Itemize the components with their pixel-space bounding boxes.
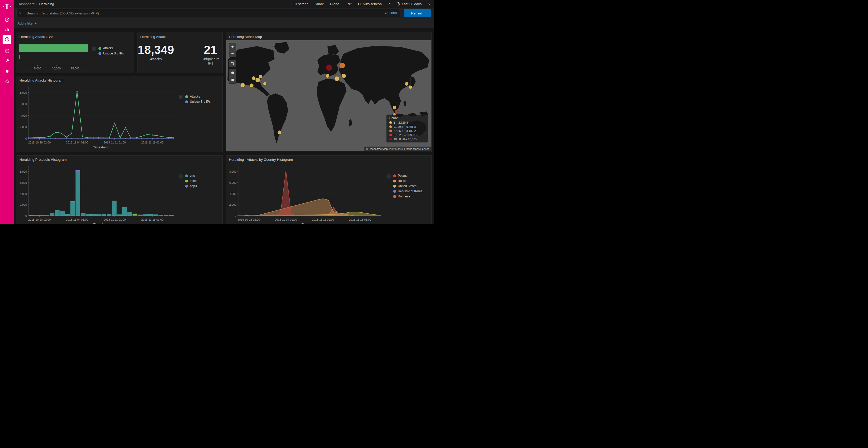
search-input[interactable]	[17, 9, 400, 17]
legend-color-dot	[393, 190, 396, 193]
map-legend-row: 2,729.4 – 5,455.8	[389, 125, 425, 128]
attack-location-dot[interactable]	[339, 63, 345, 68]
attack-location-dot[interactable]	[250, 83, 254, 88]
svg-text:2018-10-28 02:00: 2018-10-28 02:00	[28, 141, 51, 144]
full-screen-button[interactable]: Full screen	[291, 2, 308, 6]
map-zoom-in-button[interactable]: +	[229, 43, 236, 50]
legend-item[interactable]: Poland	[393, 174, 423, 177]
main-content: Dashboard / Heralding Full screen Share …	[14, 0, 434, 224]
svg-text:2,000: 2,000	[20, 126, 27, 129]
map-legend-row: 8,182.2 – 10,908.6	[389, 133, 425, 137]
sidebar-item-dev-tools[interactable]	[3, 57, 11, 66]
map-count-legend: Count 3 – 2,729.42,729.4 – 5,455.85,455.…	[386, 114, 428, 142]
legend-toggle-icon[interactable]: ›	[92, 46, 96, 51]
options-link[interactable]: Options	[385, 11, 397, 15]
add-filter-link[interactable]: Add a filter+	[18, 22, 37, 25]
legend-label: Russia	[398, 179, 407, 183]
attack-map[interactable]: + − Count 3 – 2,729.42,729.4 –	[226, 40, 431, 151]
legend-item[interactable]: Attacks	[185, 95, 211, 98]
time-forward-button[interactable]: ›	[428, 2, 430, 6]
attack-location-dot[interactable]	[335, 76, 339, 81]
legend-color-dot	[389, 130, 392, 132]
map-legend-row: 3 – 2,729.4	[389, 121, 425, 124]
time-back-button[interactable]: ‹	[388, 2, 390, 6]
metric-value: 18,349	[138, 43, 174, 57]
attack-location-dot[interactable]	[393, 106, 396, 109]
elastic-maps-link[interactable]: Elastic Maps Service	[404, 147, 429, 150]
compass-icon	[4, 17, 10, 24]
sidebar-item-dashboard[interactable]	[3, 35, 11, 44]
svg-text:0: 0	[25, 214, 27, 217]
map-zoom-out-button[interactable]: −	[229, 50, 236, 57]
country-histogram-chart[interactable]: 02,0004,0006,0008,0002018-10-28 02:00201…	[226, 163, 384, 224]
svg-text:4,000: 4,000	[20, 192, 27, 195]
sidebar-item-discover[interactable]	[3, 16, 11, 25]
attacks-bar-chart[interactable]: 5,00010,00015,000	[17, 40, 94, 72]
attack-location-dot[interactable]	[342, 74, 346, 78]
legend-item[interactable]: vnc	[185, 174, 197, 177]
osm-link[interactable]: © OpenStreetMap	[366, 147, 388, 150]
legend-item[interactable]: Unique Src IPs	[98, 51, 124, 55]
legend-item[interactable]: Russia	[393, 179, 423, 183]
auto-refresh-button[interactable]: ↻ Auto-refresh	[358, 2, 382, 6]
share-button[interactable]: Share	[315, 2, 324, 6]
topbar: Dashboard / Heralding Full screen Share …	[14, 0, 434, 8]
legend-item[interactable]: Attacks	[98, 46, 124, 50]
time-picker-button[interactable]: Last 30 days	[397, 2, 422, 6]
legend-color-dot	[185, 174, 188, 177]
legend-label: Poland	[398, 174, 407, 177]
legend-item[interactable]: United States	[393, 184, 423, 188]
metric-attacks: 18,349 Attacks	[138, 43, 174, 65]
panel-heralding-country-histogram: Heralding - Attacks by Country Histogram…	[226, 156, 432, 224]
edit-button[interactable]: Edit	[345, 2, 351, 6]
attack-location-dot[interactable]	[409, 86, 412, 89]
legend-color-dot	[185, 100, 188, 103]
legend-label: Unique Src IPs	[190, 100, 211, 103]
attack-location-dot[interactable]	[405, 82, 408, 86]
legend-item[interactable]: Romania	[393, 195, 423, 198]
attack-location-dot[interactable]	[263, 82, 266, 85]
legend-toggle-icon[interactable]: ›	[179, 174, 183, 179]
panel-title: Heralding Attack Map	[226, 33, 431, 40]
legend-color-dot	[185, 95, 188, 98]
breadcrumb-dashboard-link[interactable]: Dashboard	[18, 2, 35, 6]
legend-label: Unique Src IPs	[103, 51, 124, 55]
clone-button[interactable]: Clone	[330, 2, 339, 6]
legend-item[interactable]: telnet	[185, 179, 197, 183]
legend-label: pop3	[190, 184, 197, 188]
svg-text:2018-11-04 01:00: 2018-11-04 01:00	[275, 218, 297, 221]
legend-toggle-icon[interactable]: ›	[386, 174, 391, 179]
attack-location-dot[interactable]	[395, 110, 397, 113]
sidebar-item-visualize[interactable]	[3, 26, 11, 34]
country-histogram-legend: ›PolandRussiaUnited StatesRepublic of Ko…	[386, 174, 423, 198]
legend-item[interactable]: Unique Src IPs	[185, 100, 211, 103]
refresh-button[interactable]: Refresh	[404, 9, 431, 17]
attack-location-dot[interactable]	[241, 83, 245, 87]
time-chart-icon	[4, 48, 10, 55]
map-draw-polygon-button[interactable]	[229, 69, 236, 76]
legend-toggle-icon[interactable]: ›	[179, 95, 183, 99]
sidebar-item-monitoring[interactable]	[3, 67, 11, 76]
telekom-logo[interactable]: T	[3, 2, 11, 10]
attack-location-dot[interactable]	[252, 76, 255, 80]
map-draw-rectangle-button[interactable]	[229, 76, 236, 83]
attack-location-dot[interactable]	[255, 78, 260, 82]
map-fit-data-button[interactable]	[229, 60, 236, 67]
attacks-histogram-chart[interactable]: 02,0004,0006,0008,0002018-10-28 02:00201…	[17, 84, 177, 150]
legend-range-label: 2,729.4 – 5,455.8	[394, 125, 416, 128]
legend-item[interactable]: pop3	[185, 184, 197, 188]
attacks-bar-legend: ›AttacksUnique Src IPs	[92, 46, 124, 55]
sidebar-item-timelion[interactable]	[3, 47, 11, 56]
svg-text:0: 0	[235, 214, 237, 217]
legend-color-dot	[389, 121, 392, 124]
sidebar-item-management[interactable]	[3, 77, 11, 86]
attack-location-dot[interactable]	[278, 130, 282, 134]
protocols-histogram-chart[interactable]: 02,0004,0006,0008,0002018-10-28 02:00201…	[17, 163, 177, 224]
legend-item[interactable]: Republic of Korea	[393, 189, 423, 193]
attack-location-dot[interactable]	[326, 74, 330, 78]
attack-location-dot[interactable]	[259, 75, 262, 78]
attack-location-dot[interactable]	[326, 65, 332, 71]
svg-text:4,000: 4,000	[229, 192, 237, 195]
map-legend-row: 5,455.8 – 8,182.2	[389, 129, 425, 132]
legend-range-label: 8,182.2 – 10,908.6	[394, 133, 417, 137]
